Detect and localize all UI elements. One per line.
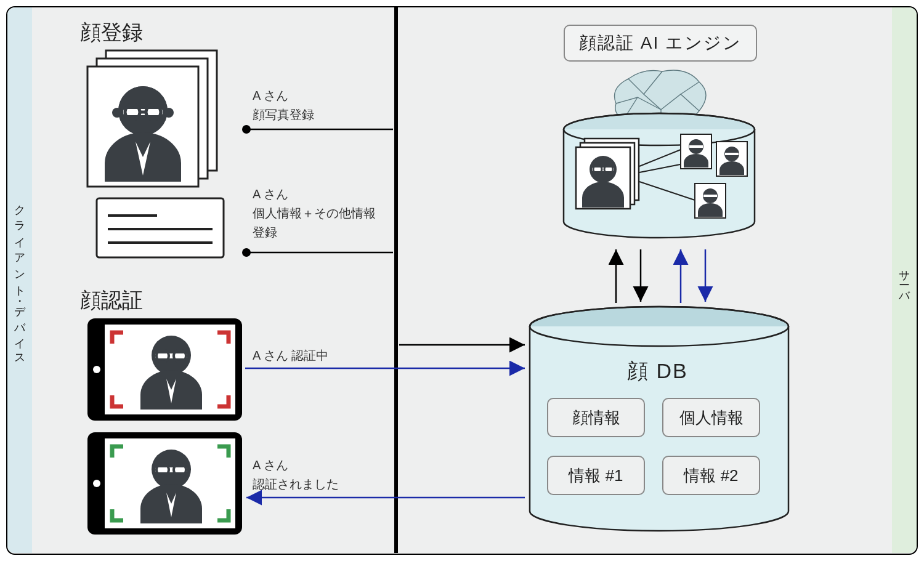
- diagram-root: クライアント・デバイス サーバ 顔登録: [0, 0, 924, 561]
- flow-arrows: [0, 0, 924, 561]
